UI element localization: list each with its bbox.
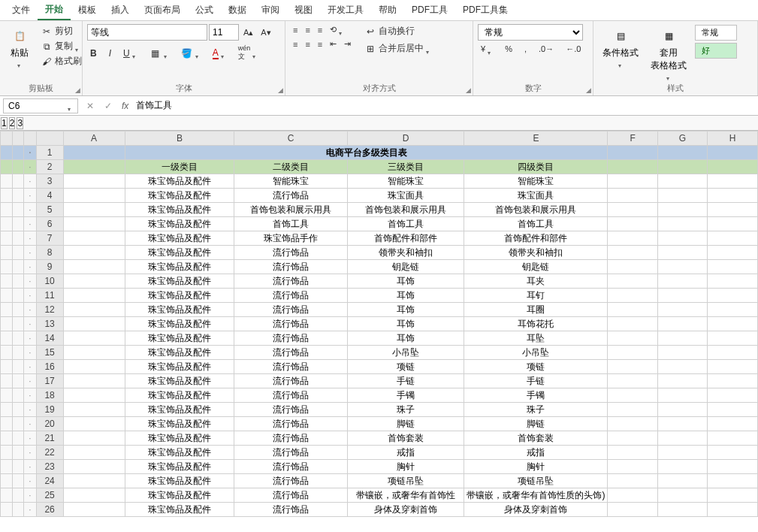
data-cell[interactable]: 项链吊坠 bbox=[347, 474, 464, 488]
data-cell[interactable]: 首饰套装 bbox=[347, 431, 464, 446]
cut-button[interactable]: ✂剪切 bbox=[38, 24, 85, 38]
underline-button[interactable]: U bbox=[120, 47, 140, 59]
data-cell[interactable]: 首饰包装和展示用具 bbox=[347, 203, 464, 217]
border-button[interactable]: ▦ bbox=[146, 47, 172, 60]
data-cell[interactable]: 项链 bbox=[347, 360, 464, 374]
fill-color-button[interactable]: 🪣 bbox=[178, 47, 204, 60]
col-header[interactable]: E bbox=[464, 131, 608, 146]
data-cell[interactable]: 珠宝饰品及配件 bbox=[125, 174, 234, 189]
data-cell[interactable]: 身体及穿刺首饰 bbox=[347, 503, 464, 517]
data-cell[interactable]: 耳饰 bbox=[347, 289, 464, 303]
data-cell[interactable]: 珠宝饰品及配件 bbox=[125, 474, 234, 488]
data-cell[interactable]: 手镯 bbox=[347, 388, 464, 403]
data-cell[interactable]: 珠宝饰品及配件 bbox=[125, 403, 234, 417]
cancel-formula-button[interactable]: ✕ bbox=[81, 101, 99, 111]
row-header[interactable]: 14 bbox=[36, 331, 63, 346]
increase-font-button[interactable]: A▴ bbox=[240, 27, 256, 38]
name-box[interactable]: C6 bbox=[3, 98, 78, 113]
inc-decimal-button[interactable]: .0→ bbox=[536, 44, 557, 54]
dialog-launcher-icon[interactable]: ◢ bbox=[586, 86, 591, 94]
data-cell[interactable]: 流行饰品 bbox=[234, 446, 348, 460]
data-cell[interactable]: 珠宝饰品及配件 bbox=[125, 460, 234, 474]
row-header[interactable]: 2 bbox=[36, 160, 63, 174]
data-cell[interactable]: 流行饰品 bbox=[234, 317, 348, 331]
align-bottom-button[interactable]: ≡ bbox=[315, 25, 325, 35]
row-header[interactable]: 8 bbox=[36, 246, 63, 260]
data-cell[interactable]: 珠子 bbox=[464, 403, 608, 417]
row-header[interactable]: 15 bbox=[36, 346, 63, 360]
data-cell[interactable]: 珠宝饰品及配件 bbox=[125, 346, 234, 360]
data-cell[interactable]: 带镶嵌，或奢华有首饰性 bbox=[347, 488, 464, 503]
menu-item-6[interactable]: 数据 bbox=[221, 1, 254, 20]
wrap-text-button[interactable]: ↩自动换行 bbox=[361, 24, 434, 38]
indent-dec-button[interactable]: ⇤ bbox=[327, 38, 340, 50]
data-cell[interactable]: 珠宝饰品及配件 bbox=[125, 388, 234, 403]
row-header[interactable]: 26 bbox=[36, 503, 63, 517]
data-cell[interactable]: 手链 bbox=[464, 374, 608, 388]
align-right-button[interactable]: ≡ bbox=[315, 39, 325, 50]
data-cell[interactable]: 流行饰品 bbox=[234, 246, 348, 260]
data-cell[interactable]: 珠宝饰品及配件 bbox=[125, 446, 234, 460]
row-header[interactable]: 18 bbox=[36, 388, 63, 403]
data-cell[interactable]: 珠宝饰品及配件 bbox=[125, 189, 234, 203]
align-left-button[interactable]: ≡ bbox=[290, 39, 300, 50]
row-header[interactable]: 25 bbox=[36, 488, 63, 503]
data-cell[interactable]: 珠宝饰品及配件 bbox=[125, 417, 234, 431]
menu-item-2[interactable]: 模板 bbox=[71, 1, 104, 20]
menu-item-0[interactable]: 文件 bbox=[5, 1, 38, 20]
comma-button[interactable]: , bbox=[521, 44, 530, 54]
data-cell[interactable]: 戒指 bbox=[347, 446, 464, 460]
data-cell[interactable]: 珠子 bbox=[347, 403, 464, 417]
data-cell[interactable]: 胸针 bbox=[464, 460, 608, 474]
paste-button[interactable]: 📋 粘贴 bbox=[5, 24, 35, 66]
row-header[interactable]: 1 bbox=[36, 146, 63, 160]
menu-item-1[interactable]: 开始 bbox=[38, 0, 71, 20]
col-header[interactable]: D bbox=[347, 131, 464, 146]
data-cell[interactable]: 智能珠宝 bbox=[347, 174, 464, 189]
data-cell[interactable]: 珠宝饰品及配件 bbox=[125, 431, 234, 446]
align-top-button[interactable]: ≡ bbox=[290, 25, 300, 35]
data-cell[interactable]: 钥匙链 bbox=[347, 260, 464, 274]
data-cell[interactable]: 珠宝饰品及配件 bbox=[125, 360, 234, 374]
orientation-button[interactable]: ⟲ bbox=[327, 24, 347, 35]
data-cell[interactable]: 珠宝饰品及配件 bbox=[125, 203, 234, 217]
row-header[interactable]: 7 bbox=[36, 231, 63, 246]
data-cell[interactable]: 流行饰品 bbox=[234, 260, 348, 274]
formula-input[interactable] bbox=[133, 98, 758, 113]
data-cell[interactable]: 珠宝饰品及配件 bbox=[125, 303, 234, 317]
row-header[interactable]: 23 bbox=[36, 460, 63, 474]
align-middle-button[interactable]: ≡ bbox=[302, 25, 313, 35]
percent-button[interactable]: % bbox=[502, 44, 515, 54]
row-header[interactable]: 19 bbox=[36, 403, 63, 417]
row-header[interactable]: 5 bbox=[36, 203, 63, 217]
data-cell[interactable]: 耳夹 bbox=[464, 274, 608, 289]
select-all-button[interactable] bbox=[36, 131, 63, 146]
data-cell[interactable]: 流行饰品 bbox=[234, 360, 348, 374]
row-header[interactable]: 3 bbox=[36, 174, 63, 189]
row-header[interactable]: 9 bbox=[36, 260, 63, 274]
menu-item-9[interactable]: 开发工具 bbox=[320, 1, 371, 20]
data-cell[interactable]: 带镶嵌，或奢华有首饰性质的头饰) bbox=[464, 488, 608, 503]
data-cell[interactable]: 流行饰品 bbox=[234, 388, 348, 403]
data-cell[interactable]: 珠宝饰品及配件 bbox=[125, 217, 234, 231]
data-cell[interactable]: 流行饰品 bbox=[234, 503, 348, 517]
menu-item-7[interactable]: 审阅 bbox=[254, 1, 287, 20]
data-cell[interactable]: 流行饰品 bbox=[234, 289, 348, 303]
cond-format-button[interactable]: ▤ 条件格式 bbox=[598, 24, 643, 66]
data-cell[interactable]: 珠宝面具 bbox=[347, 189, 464, 203]
row-header[interactable]: 22 bbox=[36, 446, 63, 460]
data-cell[interactable]: 小吊坠 bbox=[464, 346, 608, 360]
data-cell[interactable]: 耳饰 bbox=[347, 303, 464, 317]
data-cell[interactable]: 珠宝饰品及配件 bbox=[125, 317, 234, 331]
data-cell[interactable]: 小吊坠 bbox=[347, 346, 464, 360]
data-cell[interactable]: 身体及穿刺首饰 bbox=[464, 503, 608, 517]
menu-item-5[interactable]: 公式 bbox=[188, 1, 221, 20]
data-cell[interactable]: 流行饰品 bbox=[234, 431, 348, 446]
data-cell[interactable]: 珠宝饰品及配件 bbox=[125, 503, 234, 517]
data-cell[interactable]: 流行饰品 bbox=[234, 374, 348, 388]
phonetic-button[interactable]: wén文 bbox=[235, 44, 261, 62]
italic-button[interactable]: I bbox=[106, 47, 114, 59]
row-header[interactable]: 6 bbox=[36, 217, 63, 231]
data-cell[interactable]: 手镯 bbox=[464, 388, 608, 403]
data-cell[interactable]: 领带夹和袖扣 bbox=[464, 246, 608, 260]
